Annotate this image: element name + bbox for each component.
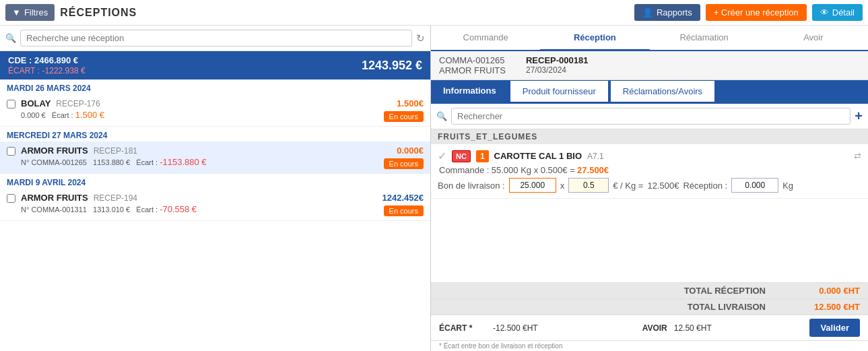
item-name: ARMOR FRUITS RECEP-194: [21, 193, 377, 203]
tab-commande[interactable]: Commande: [431, 26, 540, 51]
right-search: 🔍 +: [431, 104, 868, 129]
commande-detail-label: Commande :: [439, 165, 489, 175]
search-icon-right: 🔍: [436, 111, 447, 121]
ecart-row: ÉCART : -1222.938 €: [8, 65, 86, 75]
search-icon: 🔍: [5, 33, 16, 43]
list-item-content: ARMOR FRUITS RECEP-181 N° COMMA-001265 1…: [21, 146, 378, 167]
rapports-icon: 👤: [642, 7, 653, 18]
date-header-1: MARDI 26 MARS 2024: [0, 79, 430, 94]
check-icon: ✓: [438, 150, 446, 162]
list-item-checkbox[interactable]: [7, 100, 15, 108]
item-right: 1.500€ En cours: [384, 98, 424, 122]
product-action-icon[interactable]: ⇄: [854, 151, 861, 161]
product-row-top: ✓ NC 1 CAROTTE CAL 1 BIO A7.1 ⇄: [438, 150, 861, 162]
product-row: ✓ NC 1 CAROTTE CAL 1 BIO A7.1 ⇄ Commande…: [431, 144, 868, 199]
right-search-input[interactable]: [451, 108, 850, 125]
summary-bar: CDE : 2466.890 € ÉCART : -1222.938 € 124…: [0, 51, 430, 79]
item-amount: 1.500€: [397, 98, 424, 108]
product-section: FRUITS_ET_LEGUMES ✓ NC 1 CAROTTE CAL 1 B…: [431, 129, 868, 282]
list-item-checkbox[interactable]: [7, 194, 15, 203]
item-amount: 1242.452€: [382, 193, 424, 203]
page-title: RÉCEPTIONS: [60, 7, 137, 19]
summary-total: 1243.952 €: [362, 59, 422, 73]
status-badge: En cours: [384, 205, 424, 216]
ecart-value: -1222.938 €: [42, 66, 86, 75]
search-input[interactable]: [20, 30, 412, 46]
product-name: CAROTTE CAL 1 BIO: [494, 151, 582, 161]
filter-icon: ▼: [12, 7, 21, 18]
commande-info: COMMA-001265 ARMOR FRUITS: [439, 55, 506, 75]
search-bar: 🔍 ↻: [0, 26, 430, 51]
header: ▼ Filtres RÉCEPTIONS 👤 Rapports + Créer …: [0, 0, 868, 26]
cde-value: 2466.890 €: [34, 55, 78, 65]
reception-date: 27/03/2024: [526, 65, 589, 75]
reception-id: RECEP-000181: [526, 55, 589, 65]
sub-tab-produit[interactable]: Produit fournisseur: [510, 80, 609, 102]
product-num: 1: [476, 150, 489, 162]
refresh-icon[interactable]: ↻: [416, 32, 425, 44]
sub-tab-informations[interactable]: Informations: [431, 80, 508, 102]
item-name: ARMOR FRUITS RECEP-181: [21, 146, 378, 156]
valider-button[interactable]: Valider: [809, 319, 860, 337]
product-details-commande: Commande : 55.000 Kg x 0.500€ = 27.500€: [438, 165, 861, 175]
date-header-2: MERCREDI 27 MARS 2024: [0, 127, 430, 141]
eye-icon: 👁: [820, 7, 829, 18]
item-ref: RECEP-181: [94, 146, 137, 156]
tab-reception[interactable]: Réception: [540, 26, 649, 51]
create-label: + Créer une réception: [714, 7, 799, 18]
rapports-button[interactable]: 👤 Rapports: [634, 4, 700, 21]
livraison-unit: € / Kg =: [613, 181, 643, 191]
total-reception-row: TOTAL RÉCEPTION 0.000 €HT: [431, 283, 868, 299]
item-right: 1242.452€ En cours: [382, 193, 424, 216]
item-ref: RECEP-176: [56, 99, 100, 108]
commande-ref: COMMA-001265: [439, 55, 506, 65]
list-item[interactable]: BOLAY RECEP-176 0.000 € Écart : 1.500 € …: [0, 94, 430, 127]
reception-unit: Kg: [782, 181, 793, 191]
tab-avoir[interactable]: Avoir: [759, 26, 868, 51]
avoir-label: AVOIR: [642, 323, 667, 333]
filter-label: Filtres: [24, 7, 48, 18]
item-sub: N° COMMA-001265 1153.880 € Écart : -1153…: [21, 157, 378, 167]
ecart-label: ÉCART :: [8, 66, 40, 75]
tabs-row: Commande Réception Réclamation Avoir: [431, 26, 868, 51]
item-supplier: ARMOR FRUITS: [21, 193, 88, 203]
total-livraison-row: TOTAL LIVRAISON 12.500 €HT: [431, 299, 868, 315]
product-category: FRUITS_ET_LEGUMES: [431, 129, 868, 144]
total-livraison-value: 12.500 €HT: [779, 302, 860, 312]
detail-button[interactable]: 👁 Détail: [812, 4, 863, 21]
create-reception-button[interactable]: + Créer une réception: [706, 4, 807, 21]
totals-area: TOTAL RÉCEPTION 0.000 €HT TOTAL LIVRAISO…: [431, 282, 868, 351]
status-badge: En cours: [384, 111, 424, 122]
item-sub: 0.000 € Écart : 1.500 €: [21, 110, 378, 120]
list-item[interactable]: ARMOR FRUITS RECEP-181 N° COMMA-001265 1…: [0, 141, 430, 174]
ecart-sum-label: ÉCART *: [439, 323, 493, 333]
main-layout: 🔍 ↻ CDE : 2466.890 € ÉCART : -1222.938 €…: [0, 26, 868, 351]
reception-qty-input[interactable]: [731, 178, 778, 193]
detail-label: Détail: [832, 7, 855, 18]
sub-tab-reclamations[interactable]: Réclamations/Avoirs: [610, 80, 715, 102]
ecart-sum-value: -12.500 €HT: [493, 323, 629, 333]
list-item[interactable]: ARMOR FRUITS RECEP-194 N° COMMA-001311 1…: [0, 189, 430, 221]
item-right: 0.000€ En cours: [384, 146, 424, 169]
item-sub: N° COMMA-001311 1313.010 € Écart : -70.5…: [21, 204, 377, 214]
total-reception-label: TOTAL RÉCEPTION: [439, 286, 779, 296]
summary-left: CDE : 2466.890 € ÉCART : -1222.938 €: [8, 55, 86, 75]
reception-info: RECEP-000181 27/03/2024: [526, 55, 589, 75]
livraison-price-input[interactable]: [568, 178, 609, 193]
nc-badge: NC: [452, 150, 471, 162]
item-supplier: ARMOR FRUITS: [21, 146, 88, 156]
status-badge: En cours: [384, 158, 424, 169]
add-icon[interactable]: +: [855, 108, 863, 124]
filter-button[interactable]: ▼ Filtres: [5, 4, 55, 21]
list-item-checkbox[interactable]: [7, 147, 15, 156]
list-item-content: BOLAY RECEP-176 0.000 € Écart : 1.500 €: [21, 98, 378, 120]
tab-reclamation[interactable]: Réclamation: [650, 26, 759, 51]
commande-total: 27.500€: [577, 165, 609, 175]
livraison-qty-input[interactable]: [509, 178, 556, 193]
right-panel: Commande Réception Réclamation Avoir COM…: [431, 26, 868, 351]
avoir-value: 12.50 €HT: [674, 323, 810, 333]
total-reception-value: 0.000 €HT: [779, 286, 860, 296]
reception-header: COMMA-001265 ARMOR FRUITS RECEP-000181 2…: [431, 51, 868, 80]
cde-label: CDE :: [8, 55, 32, 65]
total-livraison-label: TOTAL LIVRAISON: [439, 302, 779, 312]
